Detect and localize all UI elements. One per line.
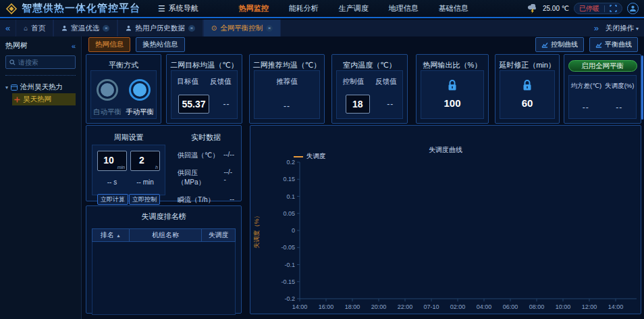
calc-cycle-input[interactable]: 10 min <box>97 151 127 171</box>
control-countdown: -- min <box>130 178 160 186</box>
company-folder-icon <box>11 84 18 91</box>
recommend-value-header: 推荐值 <box>276 77 298 87</box>
logo-diamond-icon <box>5 3 18 15</box>
nav-heat-network-monitor[interactable]: 热网监控 <box>239 3 269 14</box>
control-cycle-value: 2 <box>131 155 153 166</box>
top-nav: 热网监控 能耗分析 生产调度 地理信息 基础信息 <box>239 3 468 14</box>
svg-text:07-10: 07-10 <box>423 303 439 310</box>
auto-balance-radio[interactable] <box>97 79 118 101</box>
search-icon <box>9 59 16 66</box>
balance-curve-label: 平衡曲线 <box>605 40 632 49</box>
main-area: 热网信息 换热站信息 控制曲线 平衡曲线 平衡方式 <box>82 36 644 319</box>
close-icon[interactable]: × <box>266 25 273 32</box>
tab-room-temp-optimize[interactable]: 室温优选 × <box>53 20 117 36</box>
tree-node-selected[interactable]: 昊天热网 <box>12 93 76 105</box>
instant-flow-value: -- <box>230 195 234 205</box>
close-operations-dropdown[interactable]: 关闭操作 ▾ <box>606 24 639 33</box>
mean-square-dev-value: -- <box>583 103 589 112</box>
lock-icon <box>522 79 533 91</box>
svg-text:22:00: 22:00 <box>398 303 413 310</box>
heat-network-tree-sidebar: 热网树 « ▾ 沧州昊天热力 昊天热网 <box>0 36 82 319</box>
svg-text:0.15: 0.15 <box>283 176 295 182</box>
sort-asc-icon[interactable]: ▲ <box>116 233 121 238</box>
close-icon[interactable]: × <box>188 25 195 32</box>
delay-correct-value: 60 <box>522 97 533 109</box>
svg-text:04:00: 04:00 <box>477 303 492 310</box>
supply-return-temp-label: 供回温（℃） <box>178 151 219 160</box>
weather-storm-icon <box>527 4 538 14</box>
target-temp-feedback: -- <box>223 99 230 109</box>
control-curve-button[interactable]: 控制曲线 <box>535 37 584 52</box>
network-node-icon <box>14 97 20 103</box>
tab-network-balance-control[interactable]: ⊙ 全网平衡控制 × <box>203 20 281 36</box>
app-logo: 智慧供热一体化管控平台 <box>5 2 140 15</box>
svg-text:08:00: 08:00 <box>529 303 545 310</box>
panel-title: 二网推荐均温（℃） <box>250 60 324 70</box>
heating-status-pill: 已停暖 <box>574 3 622 14</box>
tree-child-label: 昊天热网 <box>23 95 51 104</box>
output-ratio-value: 100 <box>444 97 460 109</box>
tab-heat-user-history[interactable]: 热用户历史数据 × <box>117 20 203 36</box>
svg-text:-0.05: -0.05 <box>281 244 295 251</box>
calculate-now-button[interactable]: 立即计算 <box>97 194 128 205</box>
svg-text:0.1: 0.1 <box>286 193 295 200</box>
misadjust-value: -- <box>616 103 622 112</box>
nav-production-dispatch[interactable]: 生产调度 <box>339 3 369 14</box>
panel-title: 室内温度（℃） <box>332 60 407 70</box>
rank-column-header[interactable]: 排名 ▲ <box>92 229 130 241</box>
control-now-button[interactable]: 立即控制 <box>129 194 160 205</box>
tabs-scroll-right-icon[interactable]: » <box>594 23 599 33</box>
close-icon[interactable]: × <box>103 25 109 32</box>
line-chart-icon <box>595 42 602 48</box>
indoor-temp-input[interactable]: 18 <box>346 95 370 114</box>
tree-node-parent[interactable]: ▾ 沧州昊天热力 <box>5 81 76 93</box>
svg-text:0.05: 0.05 <box>283 210 295 217</box>
sidebar-title: 热网树 <box>5 41 28 51</box>
tree-search-box[interactable] <box>5 55 76 69</box>
nav-base-info[interactable]: 基础信息 <box>439 3 468 14</box>
tree-expand-caret-icon[interactable]: ▾ <box>5 84 8 91</box>
tabs-scroll-left-icon[interactable]: « <box>0 23 16 33</box>
misadjust-line-chart[interactable]: 0.20.150.10.050-0.05-0.1-0.15-0.214:0016… <box>250 158 641 314</box>
target-icon: ⊙ <box>211 24 217 32</box>
unit-name-column-header[interactable]: 机组名称 <box>130 229 203 241</box>
cycle-realtime-panel: 周期设置 10 min 2 h -- s -- mi <box>86 125 242 201</box>
sidebar-collapse-icon[interactable]: « <box>72 42 76 50</box>
svg-text:失调度（%）: 失调度（%） <box>253 212 260 248</box>
svg-text:12:00: 12:00 <box>582 303 597 310</box>
nav-geo-info[interactable]: 地理信息 <box>389 3 419 14</box>
svg-text:10:00: 10:00 <box>556 303 571 310</box>
tab-room-temp-label: 室温优选 <box>71 24 99 33</box>
search-input[interactable] <box>18 59 72 66</box>
enable-network-balance-button[interactable]: 启用全网平衡 <box>568 60 637 72</box>
scrollbar-thumb[interactable] <box>641 55 643 120</box>
realtime-row: 供回温（℃） --/-- <box>178 151 234 160</box>
system-nav-label: 系统导航 <box>169 3 198 14</box>
heating-status: 已停暖 <box>579 4 599 14</box>
svg-text:-0.2: -0.2 <box>284 295 295 302</box>
fullscreen-icon[interactable] <box>610 5 617 12</box>
subtab-heat-network-info[interactable]: 热网信息 <box>88 37 130 52</box>
svg-text:-0.1: -0.1 <box>284 262 295 268</box>
realtime-data-title: 实时数据 <box>171 132 241 143</box>
misadjust-ranking-panel: 失调度排名榜 排名 ▲ 机组名称 失调度 <box>86 205 242 314</box>
realtime-row: 瞬流（T/h） -- <box>178 195 234 205</box>
svg-text:0: 0 <box>292 227 295 234</box>
realtime-row: 供回压（MPa） --/-- <box>178 168 234 187</box>
panel-title: 热网输出比（%） <box>417 60 488 70</box>
svg-text:-0.15: -0.15 <box>281 278 295 285</box>
subtab-exchange-station-info[interactable]: 换热站信息 <box>136 37 185 52</box>
user-avatar-icon[interactable] <box>627 3 639 14</box>
sidebar-divider <box>5 75 76 76</box>
misadjust-column-header[interactable]: 失调度 <box>202 229 235 241</box>
manual-balance-radio[interactable] <box>129 79 151 101</box>
tab-home[interactable]: ⌂ 首页 <box>16 20 53 36</box>
legend-line-swatch <box>294 156 303 157</box>
balance-curve-button[interactable]: 平衡曲线 <box>589 37 638 52</box>
target-temp-input[interactable]: 55.37 <box>178 95 209 114</box>
network-balance-panel: 启用全网平衡 均方差(℃) 失调度(%) -- -- <box>564 54 641 124</box>
supply-return-temp-value: --/-- <box>223 151 234 160</box>
system-nav-button[interactable]: ☰ 系统导航 <box>158 3 198 14</box>
nav-energy-analysis[interactable]: 能耗分析 <box>289 3 319 14</box>
control-cycle-input[interactable]: 2 h <box>130 151 160 171</box>
